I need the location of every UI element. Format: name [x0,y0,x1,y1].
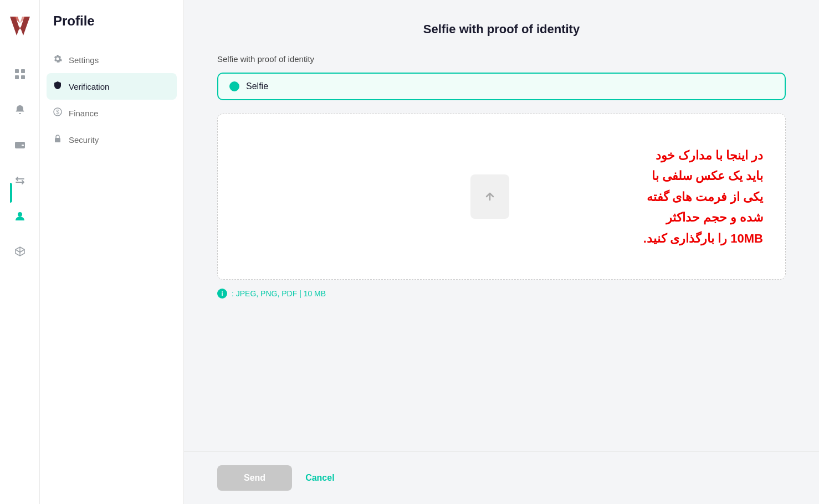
app-logo [8,13,32,38]
selfie-option-card[interactable]: Selfie [217,73,786,100]
rail-wallet-icon[interactable] [10,135,30,155]
svg-marker-0 [10,17,30,35]
file-formats-text: : JPEG, PNG, PDF | 10 MB [232,289,326,298]
rail-bell-icon[interactable] [10,100,30,120]
svg-rect-8 [22,145,24,146]
sidebar-item-finance-label: Finance [69,109,98,118]
file-info-bar: i : JPEG, PNG, PDF | 10 MB [217,289,786,299]
sidebar-item-security[interactable]: Security [40,126,183,153]
active-indicator [10,183,12,203]
option-selected-dot [229,81,239,91]
icon-rail [0,0,40,504]
option-label: Selfie [246,81,268,91]
content-area: Selfie with proof of identity Selfie wit… [184,0,819,451]
sidebar: Profile Settings Verification $ Finance … [40,0,184,504]
svg-rect-6 [21,75,25,79]
bottom-actions: Send Cancel [184,451,819,504]
sidebar-item-security-label: Security [69,135,99,145]
gear-icon [53,54,62,65]
sidebar-item-verification-label: Verification [69,82,109,91]
info-icon: i [217,289,227,299]
upload-area[interactable]: در اینجا با مدارک خود باید یک عکس سلفی ب… [217,114,786,280]
upload-icon-container [470,174,509,219]
svg-rect-4 [21,69,25,73]
upload-file-icon [470,174,509,219]
svg-text:$: $ [56,109,59,115]
svg-point-9 [18,212,22,217]
section-label: Selfie with proof of identity [217,54,786,64]
svg-rect-3 [15,69,19,73]
shield-icon [53,81,62,92]
persian-instruction-text: در اینجا با مدارک خود باید یک عکس سلفی ب… [643,145,763,249]
cancel-button[interactable]: Cancel [305,473,334,483]
sidebar-item-settings-label: Settings [69,55,99,65]
rail-cube-icon[interactable] [10,241,30,261]
svg-rect-5 [15,75,19,79]
sidebar-item-finance[interactable]: $ Finance [40,100,183,126]
page-title: Selfie with proof of identity [217,22,786,37]
sidebar-item-verification[interactable]: Verification [47,73,177,100]
rail-transfer-icon[interactable] [10,171,30,191]
main-content: Selfie with proof of identity Selfie wit… [184,0,819,504]
lock-icon [53,134,62,145]
send-button[interactable]: Send [217,465,292,491]
rail-user-icon[interactable] [10,206,30,226]
sidebar-item-settings[interactable]: Settings [40,47,183,73]
svg-rect-12 [55,138,60,142]
dollar-icon: $ [53,107,62,119]
sidebar-title: Profile [40,13,183,47]
rail-grid-icon[interactable] [10,64,30,84]
